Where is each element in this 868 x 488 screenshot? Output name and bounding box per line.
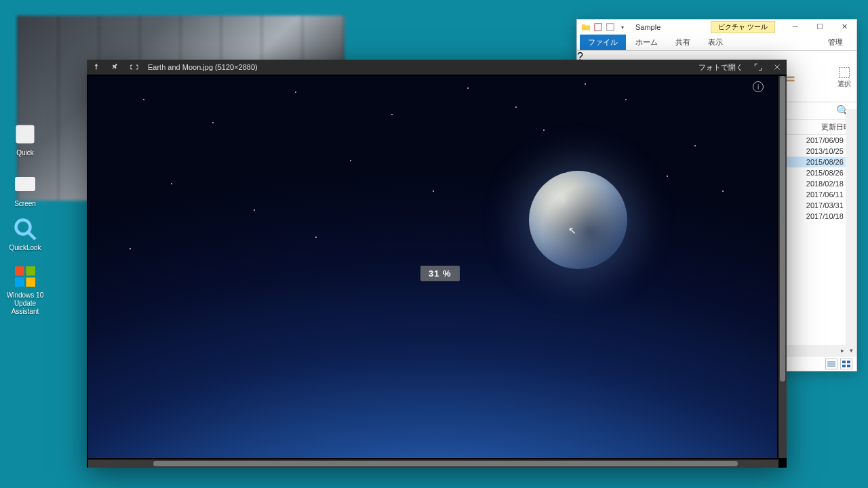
image-content[interactable]: i 31 % ↖ [88, 76, 777, 458]
scroll-thumb[interactable] [153, 461, 738, 466]
svg-rect-17 [840, 68, 850, 78]
view-details-button[interactable] [825, 359, 837, 369]
svg-rect-5 [26, 266, 36, 276]
explorer-titlebar[interactable]: ▾ Sample ピクチャ ツール ─ ☐ ✕ [577, 20, 856, 35]
vertical-scrollbar[interactable] [778, 76, 787, 458]
ribbon-select-group[interactable]: 選択 [837, 66, 851, 89]
vertical-scrollbar[interactable]: ▾ [846, 109, 856, 356]
maximize-button[interactable]: ☐ [808, 20, 832, 33]
qat-item[interactable] [606, 22, 615, 32]
svg-rect-1 [15, 177, 35, 191]
file-name: Earth and Moon.jpg (5120×2880) [144, 63, 258, 71]
open-with-button[interactable]: フォトで開く [693, 62, 749, 73]
view-thumbnails-button[interactable] [840, 359, 852, 369]
svg-rect-9 [607, 24, 614, 31]
desktop-icon-quick[interactable]: Quick [1, 122, 49, 157]
scroll-right-icon[interactable]: ▸ [841, 347, 844, 354]
desktop-icon-update-assistant[interactable]: Windows 10 Update Assistant [1, 264, 49, 316]
pin-icon[interactable] [106, 60, 125, 75]
desktop-icon-label: Screen [1, 200, 49, 208]
desktop-icon-screen[interactable]: Screen [1, 173, 49, 208]
fullscreen-icon[interactable] [749, 60, 768, 75]
cursor-icon: ↖ [568, 225, 576, 236]
svg-point-2 [16, 220, 31, 235]
context-tab-picture-tools: ピクチャ ツール [711, 21, 775, 33]
horizontal-scrollbar[interactable] [88, 460, 778, 468]
desktop-icon-label: QuickLook [1, 244, 49, 252]
desktop-icon-quicklook[interactable]: QuickLook [1, 217, 49, 252]
tab-view[interactable]: 表示 [700, 35, 731, 50]
qat-item[interactable] [593, 22, 603, 32]
info-icon[interactable]: i [753, 81, 764, 92]
tab-manage[interactable]: 管理 [820, 35, 851, 50]
tab-file[interactable]: ファイル [580, 35, 626, 50]
svg-rect-23 [842, 365, 846, 367]
desktop-icon-label: Quick [1, 149, 49, 157]
close-button[interactable] [768, 60, 787, 75]
quicklook-toolbar[interactable]: Earth and Moon.jpg (5120×2880) フォトで開く [87, 60, 787, 75]
desktop-icon-label: Windows 10 Update Assistant [1, 291, 49, 316]
svg-rect-8 [595, 24, 602, 31]
close-button[interactable]: ✕ [832, 20, 856, 33]
tab-home[interactable]: ホーム [627, 35, 666, 50]
pin-top-icon[interactable] [87, 60, 106, 75]
svg-rect-21 [842, 361, 846, 363]
svg-line-3 [28, 232, 36, 240]
minimize-button[interactable]: ─ [783, 20, 808, 33]
svg-rect-0 [16, 125, 35, 144]
svg-rect-24 [847, 365, 850, 367]
scroll-thumb[interactable] [780, 76, 785, 382]
ribbon-tabs: ファイル ホーム 共有 表示 管理 [577, 35, 856, 51]
moon [529, 171, 627, 269]
qat-dropdown[interactable]: ▾ [618, 22, 627, 32]
folder-icon [581, 22, 591, 32]
scroll-down-icon[interactable]: ▾ [846, 345, 856, 356]
quicklook-window: Earth and Moon.jpg (5120×2880) フォトで開く [87, 60, 787, 468]
tab-share[interactable]: 共有 [667, 35, 698, 50]
svg-rect-7 [26, 278, 36, 287]
svg-rect-22 [847, 361, 850, 363]
fit-icon[interactable] [125, 60, 144, 75]
zoom-indicator: 31 % [420, 266, 460, 281]
preview-viewport[interactable]: i 31 % ↖ [87, 75, 787, 468]
window-title: Sample [631, 23, 660, 31]
svg-rect-6 [15, 278, 24, 287]
svg-rect-4 [15, 266, 24, 276]
